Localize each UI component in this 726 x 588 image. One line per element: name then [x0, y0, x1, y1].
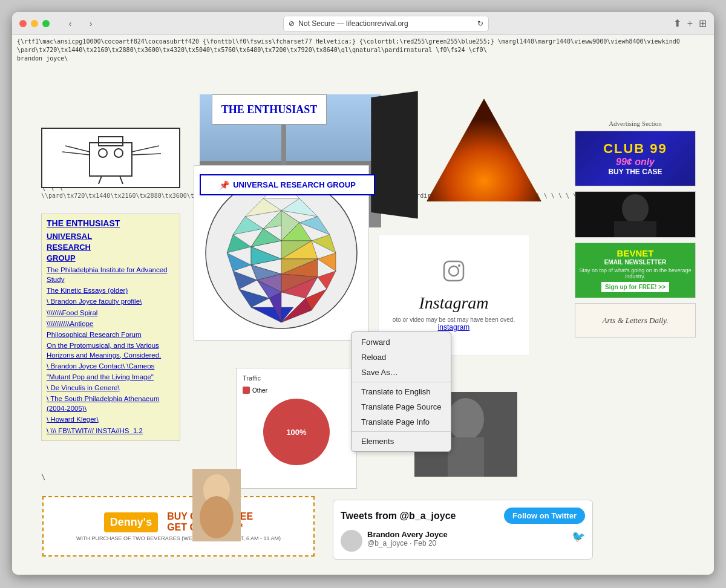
nav-link-proto[interactable]: On the Protomusical, and its Various Hor… — [47, 341, 175, 360]
urg-banner[interactable]: 📌 UNIVERSAL RESEARCH GROUP — [200, 174, 375, 195]
svg-line-6 — [132, 146, 159, 152]
nav-link-south[interactable]: \ The South Philadelphia Athenaeum (2004… — [47, 394, 175, 413]
svg-point-2 — [99, 149, 107, 157]
svg-point-48 — [449, 266, 459, 276]
instagram-note: oto or video may be ost may have been ov… — [393, 316, 515, 323]
svg-marker-10 — [427, 99, 541, 201]
context-menu-sep1 — [352, 382, 451, 382]
tweet-handle: @b_a_joyce · Feb 20 — [367, 539, 448, 547]
left-nav: THE ENTHUSIAST UNIVERSALRESEARCHGROUP Th… — [41, 214, 180, 441]
traffic-legend: Other — [243, 387, 350, 394]
tweets-header: Tweets from @b_a_joyce Follow on Twitter — [341, 508, 585, 524]
nav-link-social[interactable]: \ \\\ FB\\TWIT/// INSTA//HS_1.2 — [47, 426, 175, 436]
traffic-lights — [19, 20, 50, 27]
nav-link-phila[interactable]: The Philadelphia Institute for Advanced … — [47, 265, 175, 284]
nav-link-antiope[interactable]: \\\\\\\\\\\\Antiope — [47, 319, 175, 328]
browser-titlebar: ‹ › ⊘ Not Secure — lifeactionrevival.org… — [12, 12, 714, 35]
nav-link-mutant[interactable]: "Mutant Pop and the Living Image" — [47, 372, 175, 382]
dennys-sub: WITH PURCHASE OF TWO BEVERAGES (WEEKDAY … — [76, 535, 281, 541]
instagram-text: Instagram — [419, 293, 488, 313]
svg-line-9 — [120, 176, 123, 184]
baby-photo — [192, 469, 241, 541]
traffic-chart: Traffic Other 100% — [236, 368, 357, 489]
share-icon[interactable]: ⬆ — [673, 18, 681, 29]
traffic-title: Traffic — [243, 374, 350, 382]
back-button[interactable]: ‹ — [62, 15, 79, 32]
ad-bevnet[interactable]: BEVNET EMAIL NEWSLETTER Stay on top of w… — [575, 243, 696, 298]
legend-color — [243, 387, 250, 394]
nav-link-faculty[interactable]: \ Brandon Joyce faculty profile\ — [47, 296, 175, 306]
url-text: Not Secure — lifeactionrevival.org — [298, 19, 408, 28]
tweet-avatar — [341, 530, 362, 552]
toolbar-right: ⬆ + ⊞ — [673, 18, 707, 29]
svg-line-4 — [65, 146, 90, 152]
address-bar-container: ⊘ Not Secure — lifeactionrevival.org ↻ — [111, 16, 661, 31]
bevnet-title: BEVNET — [617, 249, 654, 259]
svg-line-5 — [62, 152, 90, 155]
grid-icon[interactable]: ⊞ — [699, 18, 707, 29]
svg-rect-1 — [99, 137, 123, 146]
instagram-link[interactable]: instagram — [438, 323, 470, 332]
security-icon: ⊘ — [289, 19, 295, 28]
svg-rect-55 — [614, 221, 656, 237]
nav-link-devince[interactable]: \ De Vinculis in Genere\ — [47, 383, 175, 393]
maximize-button[interactable] — [42, 20, 50, 27]
enthusiast-box: THE ENTHUSIAST — [212, 94, 327, 125]
svg-line-7 — [132, 154, 161, 155]
nav-link-enthusiast[interactable]: THE ENTHUSIAST — [47, 218, 175, 230]
pie-chart: 100% — [263, 399, 330, 465]
ad-person-photo — [575, 191, 696, 238]
nav-link-philo[interactable]: Philosophical Research Forum — [47, 330, 175, 339]
context-menu-translate-source[interactable]: Translate Page Source — [352, 399, 451, 414]
svg-rect-0 — [90, 143, 132, 176]
club99-price: 99¢ only — [616, 157, 655, 168]
tweet-author: Brandon Avery Joyce — [367, 530, 448, 539]
tweets-section: Tweets from @b_a_joyce Follow on Twitter… — [333, 500, 593, 560]
minimize-button[interactable] — [31, 20, 38, 27]
club99-cta: BUY THE CASE — [608, 168, 662, 176]
context-menu-saveas[interactable]: Save As… — [352, 365, 451, 380]
dennys-logo: Denny's — [104, 512, 158, 532]
svg-point-51 — [448, 398, 484, 440]
context-menu-elements[interactable]: Elements — [352, 434, 451, 449]
ad-section-title: Advertising Section — [575, 120, 696, 127]
follow-twitter-button[interactable]: Follow on Twitter — [504, 508, 585, 524]
forward-button[interactable]: › — [82, 15, 99, 32]
dennys-ad: Denny's BUY ONE ENTREE GET ONE FREE* WIT… — [42, 496, 315, 557]
address-bar[interactable]: ⊘ Not Secure — lifeactionrevival.org ↻ — [283, 16, 489, 31]
context-menu-translate-info[interactable]: Translate Page Info — [352, 414, 451, 430]
tweets-title: Tweets from @b_a_joyce — [341, 511, 456, 521]
nav-link-kinetic[interactable]: The Kinetic Essays (older) — [47, 286, 175, 295]
nav-link-urg[interactable]: UNIVERSALRESEARCHGROUP — [47, 231, 175, 264]
enthusiast-title: THE ENTHUSIAST — [221, 103, 318, 116]
browser-nav: ‹ › — [62, 15, 99, 32]
club99-name: CLUB 99 — [603, 141, 667, 157]
ad-club99[interactable]: CLUB 99 99¢ only BUY THE CASE — [575, 131, 696, 186]
context-menu-reload[interactable]: Reload — [352, 350, 451, 365]
reload-icon[interactable]: ↻ — [477, 19, 483, 28]
ad-arts-letters[interactable]: Arts & Letters Daily. — [575, 303, 696, 338]
pie-percentage: 100% — [286, 428, 306, 437]
sketch-image — [41, 128, 180, 188]
legend-label: Other — [252, 387, 267, 394]
nav-link-food[interactable]: \\\\\\\\Food Spiral — [47, 308, 175, 318]
nav-link-contact[interactable]: \ Brandon Joyce Contact\ \Cameos — [47, 361, 175, 371]
page-content: {\rtf1\mac\ansicpg10000\cocoartf824\coco… — [12, 35, 714, 575]
close-button[interactable] — [19, 20, 27, 27]
urg-pin-icon: 📌 — [219, 180, 229, 190]
svg-point-3 — [114, 149, 123, 157]
svg-point-54 — [622, 194, 649, 223]
twitter-icon: 🐦 — [572, 530, 585, 543]
nav-link-howard[interactable]: \ Howard Kleger\ — [47, 414, 175, 424]
bevnet-signup-btn[interactable]: Sign up for FREE! >> — [601, 282, 669, 292]
browser-window: ‹ › ⊘ Not Secure — lifeactionrevival.org… — [12, 12, 714, 575]
new-tab-icon[interactable]: + — [687, 18, 693, 29]
context-menu-forward[interactable]: Forward — [352, 335, 451, 350]
context-menu: Forward Reload Save As… Translate to Eng… — [351, 332, 451, 452]
tweet-row: Brandon Avery Joyce @b_a_joyce · Feb 20 … — [341, 530, 585, 552]
bevnet-desc: Stay on top of what's going on in the be… — [579, 267, 692, 279]
context-menu-translate-en[interactable]: Translate to English — [352, 384, 451, 399]
instagram-icon — [442, 259, 466, 289]
bevnet-sub: EMAIL NEWSLETTER — [604, 259, 667, 266]
ad-section: Advertising Section CLUB 99 99¢ only BUY… — [575, 120, 696, 342]
